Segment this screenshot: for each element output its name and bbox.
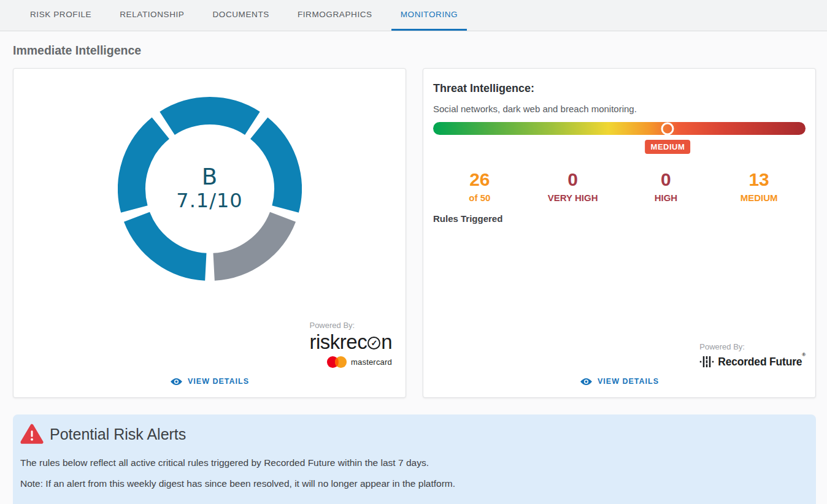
- stat-medium: 13 MEDIUM: [712, 170, 806, 203]
- threat-intelligence-subtitle: Social networks, dark web and breach mon…: [433, 104, 806, 114]
- tab-label: DOCUMENTS: [212, 10, 269, 19]
- cards-row: B 7.1/10 Powered By: riskrec✓n mastercar…: [0, 68, 827, 398]
- view-details-label: VIEW DETAILS: [188, 377, 249, 386]
- view-details-label: VIEW DETAILS: [598, 377, 659, 386]
- alerts-note: Note: If an alert from this weekly diges…: [20, 478, 809, 489]
- donut-center-text: B 7.1/10: [118, 97, 302, 281]
- tab-monitoring[interactable]: MONITORING: [391, 0, 467, 31]
- gauge-marker: [661, 122, 674, 135]
- riskrecon-logo: riskrec✓n: [309, 332, 392, 352]
- stat-high: 0 HIGH: [620, 170, 713, 203]
- risk-grade: B: [202, 166, 217, 189]
- threat-level-badge: MEDIUM: [645, 140, 691, 154]
- tab-label: RELATIONSHIP: [120, 10, 184, 19]
- alerts-title: Potential Risk Alerts: [50, 426, 186, 443]
- mastercard-logo: mastercard: [309, 356, 392, 368]
- page-title: Immediate Intelligence: [13, 44, 827, 58]
- riskrecon-check-icon: ✓: [367, 337, 380, 349]
- powered-by-label: Powered By:: [699, 342, 806, 351]
- potential-risk-alerts-panel: Potential Risk Alerts The rules below re…: [13, 414, 816, 504]
- view-details-button-recorded-future[interactable]: VIEW DETAILS: [433, 377, 806, 386]
- alerts-description: The rules below reflect all active criti…: [20, 457, 809, 468]
- risk-score-card: B 7.1/10 Powered By: riskrec✓n mastercar…: [13, 68, 406, 398]
- stat-value: 13: [712, 170, 806, 189]
- stat-value: 0: [620, 170, 713, 189]
- riskrecon-wordmark-right: n: [381, 332, 392, 352]
- tab-documents[interactable]: DOCUMENTS: [203, 0, 278, 31]
- tab-label: FIRMOGRAPHICS: [298, 10, 372, 19]
- tab-label: RISK PROFILE: [30, 10, 91, 19]
- risk-score: 7.1/10: [176, 189, 242, 212]
- rules-stats-row: 26 of 50 0 VERY HIGH 0 HIGH 13 MEDIUM: [433, 170, 806, 203]
- recorded-future-wordmark: Recorded Future®: [718, 356, 806, 368]
- rules-triggered-label: Rules Triggered: [433, 213, 806, 224]
- risk-score-donut-chart: B 7.1/10: [118, 97, 302, 281]
- recorded-future-logo: Recorded Future®: [699, 355, 806, 368]
- stat-very-high: 0 VERY HIGH: [526, 170, 620, 203]
- powered-by-label: Powered By:: [309, 321, 392, 330]
- stat-label: of 50: [433, 193, 526, 203]
- tab-relationship[interactable]: RELATIONSHIP: [110, 0, 193, 31]
- eye-icon: [580, 378, 593, 386]
- mastercard-wordmark: mastercard: [351, 357, 392, 367]
- mastercard-circles-icon: [326, 356, 347, 368]
- stat-label: HIGH: [620, 193, 713, 203]
- riskrecon-wordmark-left: riskrec: [309, 332, 367, 352]
- stat-value: 0: [526, 170, 620, 189]
- registered-mark: ®: [802, 352, 806, 357]
- powered-by-riskrecon: Powered By: riskrec✓n mastercard: [309, 321, 406, 368]
- alerts-header: Potential Risk Alerts: [20, 424, 809, 445]
- view-details-button-riskrecon[interactable]: VIEW DETAILS: [13, 377, 406, 386]
- threat-intelligence-card: Threat Intelligence: Social networks, da…: [423, 68, 816, 398]
- recorded-future-icon: [699, 355, 714, 368]
- stat-label: VERY HIGH: [526, 193, 620, 203]
- tab-firmographics[interactable]: FIRMOGRAPHICS: [288, 0, 382, 31]
- powered-by-recorded-future: Powered By: Recorded Future®: [699, 342, 806, 368]
- stat-label: MEDIUM: [712, 193, 806, 203]
- eye-icon: [170, 378, 183, 386]
- stat-total: 26 of 50: [433, 170, 526, 203]
- warning-triangle-icon: [20, 424, 44, 445]
- threat-intelligence-body: Threat Intelligence: Social networks, da…: [423, 69, 815, 397]
- tab-risk-profile[interactable]: RISK PROFILE: [21, 0, 101, 31]
- threat-intelligence-title: Threat Intelligence:: [433, 82, 806, 95]
- threat-level-gauge: MEDIUM: [433, 122, 806, 135]
- tab-label: MONITORING: [401, 10, 458, 19]
- top-tab-bar: RISK PROFILE RELATIONSHIP DOCUMENTS FIRM…: [0, 0, 827, 31]
- stat-value: 26: [433, 170, 526, 189]
